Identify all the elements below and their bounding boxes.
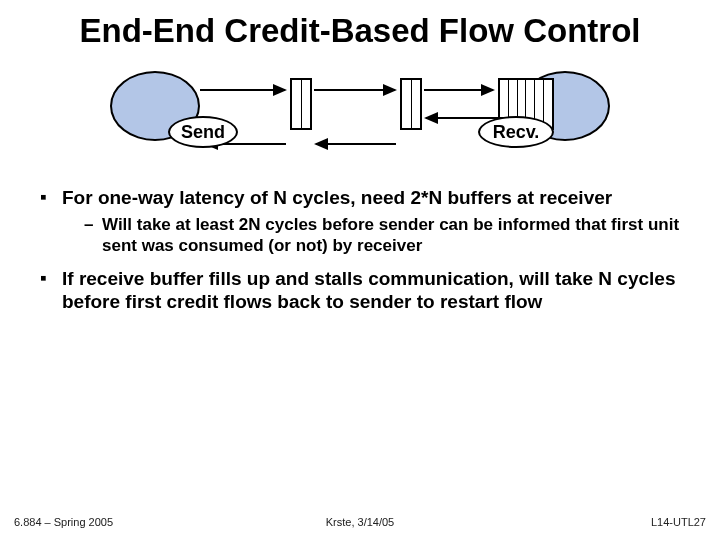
arrows: [90, 66, 630, 166]
bullet-text: If receive buffer fills up and stalls co…: [62, 267, 680, 313]
bullet-2: ▪ If receive buffer fills up and stalls …: [40, 267, 680, 313]
footer-center: Krste, 3/14/05: [0, 516, 720, 528]
bullet-marker: ▪: [40, 186, 62, 209]
footer-right: L14-UTL27: [651, 516, 706, 528]
bullet-marker: ▪: [40, 267, 62, 313]
subbullet-1: – Will take at least 2N cycles before se…: [84, 215, 680, 256]
send-label: Send: [168, 116, 238, 148]
bullet-1: ▪ For one-way latency of N cycles, need …: [40, 186, 680, 209]
subbullet-text: Will take at least 2N cycles before send…: [102, 215, 680, 256]
slide-title: End-End Credit-Based Flow Control: [0, 12, 720, 50]
bullet-text: For one-way latency of N cycles, need 2*…: [62, 186, 680, 209]
flow-diagram: Send Recv.: [90, 66, 630, 166]
subbullet-marker: –: [84, 215, 102, 256]
bullet-list: ▪ For one-way latency of N cycles, need …: [40, 186, 680, 319]
recv-label: Recv.: [478, 116, 554, 148]
